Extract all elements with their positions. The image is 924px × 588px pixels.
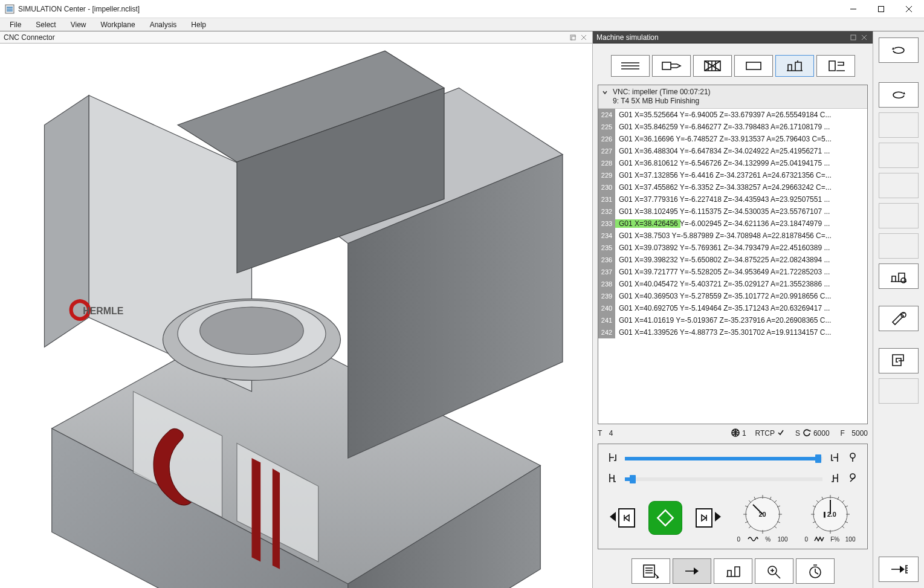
svg-rect-20 xyxy=(851,35,856,40)
side-slot-6[interactable] xyxy=(879,378,919,404)
cnc-connector-title: CNC Connector xyxy=(4,33,55,42)
side-slot-3[interactable] xyxy=(879,173,919,198)
view-mode-machine-button[interactable] xyxy=(775,55,814,77)
machine-sim-panel: Machine simulation VNC: impeller xyxy=(593,31,873,588)
step-fwd-fast-icon[interactable] xyxy=(712,510,722,525)
svg-point-15 xyxy=(200,307,304,354)
orbit-cw-button[interactable] xyxy=(879,37,919,63)
playback-panel: 20 0 % 100 xyxy=(598,444,868,549)
nc-line[interactable]: 236G01 X=39.398232 Y=-5.650802 Z=-34.875… xyxy=(598,254,867,266)
viewport-3d[interactable]: HERMLE xyxy=(0,44,592,588)
nc-program-header[interactable]: VNC: impeller (Time 00:07:21) 9: T4 5X M… xyxy=(598,85,867,109)
svg-point-25 xyxy=(850,453,855,458)
minimize-button[interactable] xyxy=(839,0,867,18)
collapse-icon[interactable] xyxy=(602,89,608,97)
buffer-marker-b-icon[interactable] xyxy=(847,472,859,484)
menu-select[interactable]: Select xyxy=(28,18,63,31)
timer-button[interactable] xyxy=(796,558,835,584)
menu-view[interactable]: View xyxy=(63,18,94,31)
status-spindle: S 6000 xyxy=(795,428,830,439)
side-slot-2[interactable] xyxy=(879,143,919,168)
nc-line[interactable]: 239G01 X=40.369503 Y=-5.278559 Z=-35.101… xyxy=(598,290,867,302)
nc-line[interactable]: 228G01 X=36.810612 Y=-6.546726 Z=-34.132… xyxy=(598,157,867,169)
inspect-button[interactable] xyxy=(755,558,793,584)
check-icon xyxy=(777,429,784,438)
side-slot-1[interactable] xyxy=(879,112,919,138)
nc-line[interactable]: 231G01 X=37.779316 Y=-6.227418 Z=-34.435… xyxy=(598,193,867,205)
panel-close-icon[interactable] xyxy=(859,33,869,42)
rotate-icon xyxy=(803,428,811,439)
machine-view-button[interactable] xyxy=(879,263,919,289)
nc-line[interactable]: 227G01 X=36.488304 Y=-6.647834 Z=-34.024… xyxy=(598,145,867,157)
menu-file[interactable]: File xyxy=(2,18,28,31)
title-bar: SIMULATION Center - [impeller.nclist] xyxy=(0,0,924,18)
machine-setup-button[interactable] xyxy=(714,558,752,584)
nc-line[interactable]: 235G01 X=39.073892 Y=-5.769361 Z=-34.793… xyxy=(598,242,867,254)
svg-marker-18 xyxy=(252,458,261,562)
view-mode-fixture-button[interactable] xyxy=(816,55,855,77)
spindle-override-dial[interactable]: 20 0 % 100 xyxy=(735,493,790,543)
nc-line[interactable]: 233G01 X=38.426456 Y=-6.002945 Z=-34.621… xyxy=(598,218,867,230)
play-button[interactable] xyxy=(648,501,682,535)
step-back-button[interactable] xyxy=(618,508,635,528)
export-button[interactable] xyxy=(879,557,919,582)
program-list-button[interactable] xyxy=(632,558,670,584)
panel-float-icon[interactable] xyxy=(848,33,858,42)
maximize-button[interactable] xyxy=(867,0,895,18)
cnc-connector-panel: CNC Connector xyxy=(0,31,593,588)
nc-line[interactable]: 230G01 X=37.455862 Y=-6.3352 Z=-34.33825… xyxy=(598,181,867,193)
timeline-marker-a-icon[interactable] xyxy=(847,451,859,464)
close-button[interactable] xyxy=(895,0,923,18)
nc-line[interactable]: 232G01 X=38.102495 Y=-6.115375 Z=-34.530… xyxy=(598,205,867,218)
svg-marker-8 xyxy=(45,95,89,347)
status-axis: 1 xyxy=(742,429,746,438)
nc-line[interactable]: 237G01 X=39.721777 Y=-5.528205 Z=-34.953… xyxy=(598,266,867,278)
nc-line[interactable]: 238G01 X=40.045472 Y=-5.403721 Z=-35.029… xyxy=(598,278,867,290)
feed-override-dial[interactable]: ▌2.0 0 F% 100 xyxy=(803,493,858,543)
buffer-end-icon xyxy=(829,472,841,484)
nc-line[interactable]: 242G01 X=41.339526 Y=-4.88773 Z=-35.3017… xyxy=(598,326,867,338)
nc-line[interactable]: 241G01 X=41.01619 Y=-5.019367 Z=-35.2379… xyxy=(598,314,867,326)
sim-view-toolbar xyxy=(593,44,873,85)
nc-line[interactable]: 234G01 X=38.7503 Y=-5.887989 Z=-34.70894… xyxy=(598,230,867,242)
wave-icon xyxy=(748,536,758,543)
timeline-slider[interactable] xyxy=(625,454,822,460)
menu-help[interactable]: Help xyxy=(184,18,213,31)
panel-float-icon[interactable] xyxy=(568,33,578,42)
menu-bar: File Select View Workplane Analysis Help xyxy=(0,18,924,31)
status-strip: T 4 1 RTCP S 6000 F 5000 xyxy=(598,427,868,440)
step-fwd-button[interactable] xyxy=(696,508,712,528)
nc-program-list: VNC: impeller (Time 00:07:21) 9: T4 5X M… xyxy=(598,85,868,424)
orbit-ccw-button[interactable] xyxy=(879,82,919,108)
status-tool: T 4 xyxy=(598,429,613,438)
nc-line[interactable]: 226G01 X=36.16696 Y=-6.748527 Z=-33.9135… xyxy=(598,133,867,145)
status-rtcp: RTCP xyxy=(755,429,774,438)
nc-line[interactable]: 229G01 X=37.132856 Y=-6.4416 Z=-34.23726… xyxy=(598,169,867,181)
menu-workplane[interactable]: Workplane xyxy=(94,18,143,31)
menu-analysis[interactable]: Analysis xyxy=(143,18,184,31)
globe-icon xyxy=(731,428,740,439)
side-slot-4[interactable] xyxy=(879,203,919,228)
view-mode-tool-button[interactable] xyxy=(652,55,691,77)
svg-rect-21 xyxy=(662,62,671,69)
nc-line[interactable]: 240G01 X=40.692705 Y=-5.149464 Z=-35.171… xyxy=(598,302,867,314)
nc-line[interactable]: 224G01 X=35.525664 Y=-6.94005 Z=-33.6793… xyxy=(598,109,867,121)
view-mode-blank-button[interactable] xyxy=(734,55,773,77)
panel-close-icon[interactable] xyxy=(579,33,589,42)
svg-marker-19 xyxy=(273,468,280,569)
svg-rect-23 xyxy=(746,62,761,69)
side-slot-5[interactable] xyxy=(879,233,919,259)
view-mode-stock-button[interactable] xyxy=(693,55,732,77)
run-to-cursor-button[interactable] xyxy=(673,558,711,584)
cnc-connector-header: CNC Connector xyxy=(0,31,592,44)
buffer-slider[interactable] xyxy=(625,475,822,481)
nc-line[interactable]: 225G01 X=35.846259 Y=-6.846277 Z=-33.798… xyxy=(598,121,867,133)
settings-button[interactable] xyxy=(879,306,919,331)
spiral-button[interactable] xyxy=(879,348,919,373)
timeline-end-icon xyxy=(829,451,841,464)
nc-header-line1: VNC: impeller (Time 00:07:21) xyxy=(613,88,711,97)
step-back-fast-icon[interactable] xyxy=(609,510,618,525)
view-mode-lines-button[interactable] xyxy=(611,55,650,77)
nc-code-rows[interactable]: 224G01 X=35.525664 Y=-6.94005 Z=-33.6793… xyxy=(598,109,867,424)
svg-rect-1 xyxy=(879,6,884,11)
